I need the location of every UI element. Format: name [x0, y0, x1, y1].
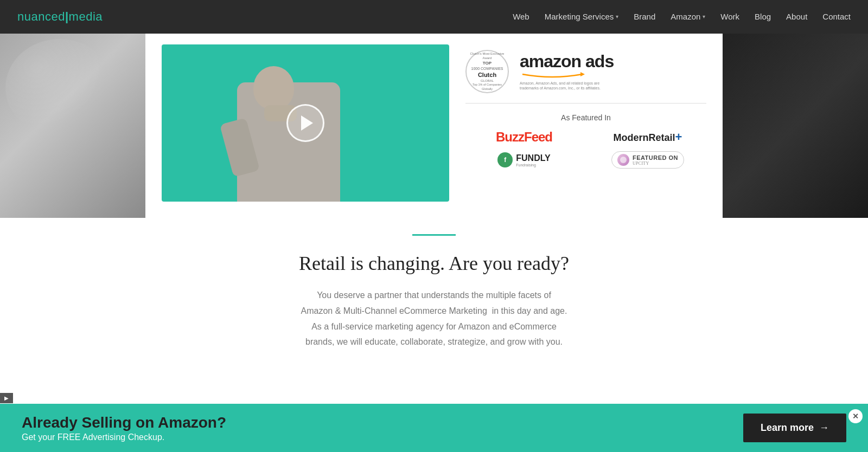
main-text-section: Retail is changing. Are you ready? You d…	[217, 247, 651, 372]
amazon-arrow-svg	[520, 70, 585, 79]
main-heading: Retail is changing. Are you ready?	[228, 252, 640, 275]
top-logos: Clutch's Most Exclusive Award TOP 1000 C…	[465, 50, 706, 104]
buzzfeed-logo: BuzzFeed	[496, 130, 552, 145]
modern-retail-logo-item: ModernRetail+	[589, 130, 706, 144]
divider-line	[412, 234, 456, 236]
as-featured-in-label: As Featured In	[465, 113, 706, 122]
amazon-ads-logo: amazon ads Amazon, Amazon Ads, and all r…	[520, 53, 614, 91]
fundly-logo: f FUNDLY Fundraising	[497, 152, 550, 167]
nav-item-about[interactable]: About	[786, 12, 807, 22]
video-thumbnail[interactable]	[162, 44, 449, 202]
nav-item-amazon[interactable]: Amazon	[671, 12, 705, 22]
featured-logos-grid: BuzzFeed ModernRetail+ f FUNDLY Fundrais…	[465, 130, 706, 169]
svg-marker-0	[580, 72, 585, 76]
nav-menu: Web Marketing Services Brand Amazon Work…	[513, 12, 851, 22]
nav-item-work[interactable]: Work	[720, 12, 739, 22]
play-button[interactable]	[286, 104, 324, 142]
left-decorative-panel	[0, 34, 145, 218]
upcity-logo-item: FEATURED ON UpCity	[589, 151, 706, 169]
right-decorative-panel	[723, 34, 868, 218]
logos-panel: Clutch's Most Exclusive Award TOP 1000 C…	[465, 44, 706, 207]
main-body-text: You deserve a partner that understands t…	[228, 288, 640, 350]
fundly-logo-item: f FUNDLY Fundraising	[465, 152, 583, 167]
hero-main-content: Clutch's Most Exclusive Award TOP 1000 C…	[145, 34, 723, 218]
navigation: nuanced|media Web Marketing Services Bra…	[0, 0, 868, 34]
logo-nuanced: nuanced	[17, 10, 65, 23]
upcity-logo: FEATURED ON UpCity	[611, 151, 684, 169]
amazon-disclaimer: Amazon, Amazon Ads, and all related logo…	[520, 81, 607, 91]
nav-item-brand[interactable]: Brand	[634, 12, 655, 22]
upcity-icon	[617, 154, 629, 166]
hero-area: Clutch's Most Exclusive Award TOP 1000 C…	[0, 34, 868, 218]
modern-retail-logo: ModernRetail+	[614, 130, 682, 144]
fundly-icon: f	[497, 152, 513, 167]
nav-item-marketing[interactable]: Marketing Services	[545, 12, 619, 22]
clutch-badge: Clutch's Most Exclusive Award TOP 1000 C…	[465, 50, 509, 93]
nav-item-web[interactable]: Web	[513, 12, 529, 22]
buzzfeed-logo-item: BuzzFeed	[465, 130, 583, 145]
nav-item-contact[interactable]: Contact	[822, 12, 851, 22]
nav-item-blog[interactable]: Blog	[755, 12, 771, 22]
section-divider	[0, 218, 868, 247]
site-logo[interactable]: nuanced|media	[17, 10, 103, 24]
logo-media: media	[69, 10, 103, 23]
